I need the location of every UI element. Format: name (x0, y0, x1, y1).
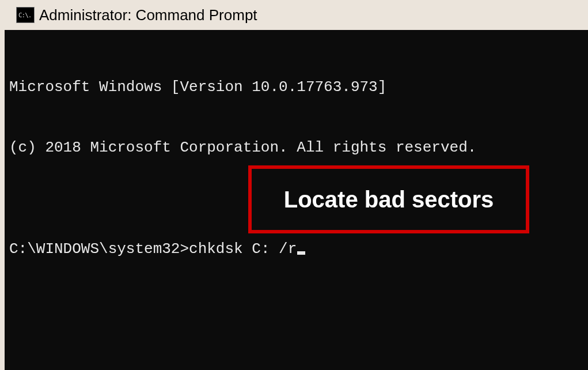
cmd-icon: C:\. (16, 7, 35, 23)
cmd-icon-glyph: C:\. (18, 12, 32, 19)
terminal-body[interactable]: Microsoft Windows [Version 10.0.17763.97… (5, 30, 588, 370)
terminal-prompt: C:\WINDOWS\system32> (9, 239, 189, 259)
terminal-prompt-line: C:\WINDOWS\system32>chkdsk C: /r (9, 239, 583, 259)
window-title: Administrator: Command Prompt (39, 6, 257, 24)
annotation-label: Locate bad sectors (284, 184, 494, 215)
terminal-version-line: Microsoft Windows [Version 10.0.17763.97… (9, 77, 583, 97)
terminal-copyright-line: (c) 2018 Microsoft Corporation. All righ… (9, 138, 583, 158)
window-titlebar: C:\. Administrator: Command Prompt (0, 0, 588, 30)
terminal-cursor (297, 251, 305, 255)
annotation-callout: Locate bad sectors (248, 165, 529, 233)
terminal-command: chkdsk C: /r (189, 239, 297, 259)
